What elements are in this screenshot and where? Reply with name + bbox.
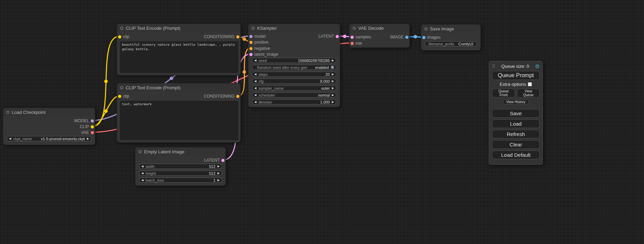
- collapse-toggle-icon[interactable]: [139, 150, 142, 153]
- view-queue-button[interactable]: View Queue: [517, 89, 540, 98]
- widget-name: cfg: [258, 79, 264, 83]
- widget-name: scheduler: [258, 93, 275, 97]
- widget-random-seed-toggle[interactable]: Random seed after every gen enabled: [252, 65, 336, 70]
- collapse-toggle-icon[interactable]: [6, 111, 9, 114]
- slot-dot-image[interactable]: [405, 36, 408, 39]
- collapse-toggle-icon[interactable]: [353, 27, 356, 30]
- slot-dot-clip[interactable]: [118, 95, 121, 98]
- collapse-toggle-icon[interactable]: [120, 27, 123, 30]
- widget-filename-prefix[interactable]: filename_prefix ComfyUI: [425, 41, 477, 46]
- widget-ckpt-name[interactable]: ◀ ckpt_name v1-5-pruned-emaonly.ckpt ▶: [7, 136, 91, 141]
- collapse-toggle-icon[interactable]: [424, 27, 427, 30]
- arrow-left-icon[interactable]: ◀: [254, 94, 256, 97]
- slot-dot-latent[interactable]: [351, 36, 354, 39]
- arrow-right-icon[interactable]: ▶: [332, 73, 334, 76]
- slot-label: CLIP: [80, 124, 89, 129]
- widget-batch-size[interactable]: ◀ batch_size 1 ▶: [139, 178, 222, 183]
- arrow-right-icon[interactable]: ▶: [332, 101, 334, 103]
- node-save-image[interactable]: Save Image images filename_prefix ComfyU…: [421, 24, 481, 51]
- slot-dot-model[interactable]: [249, 35, 253, 38]
- node-vae-decode[interactable]: VAE Decode samples vae IMAGE: [349, 24, 410, 48]
- queue-actions-row: Queue Front View Queue: [492, 89, 540, 98]
- widget-seed[interactable]: ◀ seed 156680208700286 ▶: [252, 58, 336, 63]
- slot-dot-clip[interactable]: [118, 35, 121, 38]
- load-button[interactable]: Load: [492, 119, 540, 128]
- arrow-right-icon[interactable]: ▶: [332, 87, 334, 90]
- refresh-button[interactable]: Refresh: [492, 130, 540, 138]
- output-slot-clip: CLIP: [80, 124, 94, 129]
- settings-gear-icon[interactable]: ⚙: [535, 64, 540, 69]
- node-ksampler[interactable]: KSampler model positive negative latent_…: [248, 24, 340, 107]
- slot-dot-conditioning[interactable]: [249, 41, 253, 44]
- save-button[interactable]: Save: [492, 109, 540, 118]
- slot-dot-image[interactable]: [422, 36, 425, 39]
- widget-sampler-name[interactable]: ◀ sampler_name euler ▶: [252, 85, 336, 91]
- widget-denoise[interactable]: ◀ denoise 1.000 ▶: [252, 99, 336, 105]
- node-vae-decode-header[interactable]: VAE Decode: [350, 24, 409, 32]
- arrow-left-icon[interactable]: ◀: [141, 172, 143, 175]
- widget-scheduler[interactable]: ◀ scheduler normal ▶: [252, 92, 336, 98]
- arrow-right-icon[interactable]: ▶: [218, 179, 220, 182]
- slot-label: model: [254, 34, 266, 39]
- slot-label: IMAGE: [390, 35, 404, 39]
- graph-canvas[interactable]: Load Checkpoint MODEL CLIP VAE ◀ ckpt_na…: [0, 0, 644, 244]
- arrow-left-icon[interactable]: ◀: [254, 87, 256, 90]
- queue-prompt-button[interactable]: Queue Prompt: [492, 71, 540, 80]
- node-empty-latent-header[interactable]: Empty Latent Image: [135, 147, 226, 156]
- node-empty-latent-image[interactable]: Empty Latent Image LATENT ◀ width 512 ▶ …: [135, 147, 226, 186]
- arrow-right-icon[interactable]: ▶: [332, 80, 334, 83]
- slot-dot-latent[interactable]: [336, 35, 339, 38]
- node-save-image-header[interactable]: Save Image: [421, 25, 480, 33]
- input-slot-latent-image: latent_image: [249, 52, 278, 57]
- clear-button[interactable]: Clear: [492, 140, 540, 149]
- node-title: Save Image: [430, 26, 454, 31]
- arrow-right-icon[interactable]: ▶: [332, 94, 334, 97]
- extra-options-checkbox[interactable]: [528, 82, 532, 86]
- slot-dot-vae[interactable]: [351, 42, 354, 45]
- negative-prompt-textarea[interactable]: text, watermark: [120, 101, 238, 140]
- arrow-right-icon[interactable]: ▶: [332, 59, 334, 62]
- node-ksampler-header[interactable]: KSampler: [248, 24, 340, 32]
- arrow-left-icon[interactable]: ◀: [9, 137, 11, 140]
- widget-value: ComfyUI: [458, 42, 473, 46]
- arrow-left-icon[interactable]: ◀: [254, 101, 256, 103]
- slot-dot-model[interactable]: [91, 119, 94, 123]
- slot-dot-vae[interactable]: [91, 131, 94, 134]
- input-slot-positive: positive: [249, 40, 268, 45]
- toggle-on-icon[interactable]: [331, 66, 334, 69]
- arrow-left-icon[interactable]: ◀: [254, 59, 256, 62]
- arrow-left-icon[interactable]: ◀: [141, 179, 143, 182]
- arrow-right-icon[interactable]: ▶: [218, 172, 220, 175]
- arrow-left-icon[interactable]: ◀: [254, 80, 256, 83]
- widget-name: steps: [258, 72, 267, 76]
- arrow-left-icon[interactable]: ◀: [141, 165, 143, 168]
- node-clip-text-encode-negative[interactable]: CLIP Text Encode (Prompt) clip CONDITION…: [117, 83, 241, 143]
- drag-handle-icon[interactable]: ⠿: [492, 64, 495, 69]
- slot-dot-clip[interactable]: [91, 125, 94, 128]
- widget-steps[interactable]: ◀ steps 20 ▶: [252, 72, 336, 77]
- node-clip-positive-header[interactable]: CLIP Text Encode (Prompt): [117, 24, 240, 32]
- arrow-left-icon[interactable]: ◀: [254, 73, 256, 76]
- positive-prompt-textarea[interactable]: beautiful scenery nature glass bottle la…: [120, 41, 238, 73]
- slot-label: negative: [254, 46, 270, 51]
- slot-dot-conditioning[interactable]: [236, 35, 239, 38]
- collapse-toggle-icon[interactable]: [120, 86, 123, 89]
- collapse-toggle-icon[interactable]: [252, 27, 255, 30]
- slot-dot-latent[interactable]: [221, 159, 224, 162]
- widget-cfg[interactable]: ◀ cfg 8.000 ▶: [252, 79, 336, 84]
- widget-width[interactable]: ◀ width 512 ▶: [139, 164, 222, 169]
- node-clip-text-encode-positive[interactable]: CLIP Text Encode (Prompt) clip CONDITION…: [117, 24, 241, 75]
- view-history-button[interactable]: View History: [503, 99, 528, 105]
- node-clip-negative-header[interactable]: CLIP Text Encode (Prompt): [117, 83, 240, 92]
- load-default-button[interactable]: Load Default: [492, 151, 540, 159]
- slot-dot-latent[interactable]: [249, 53, 253, 56]
- node-load-checkpoint[interactable]: Load Checkpoint MODEL CLIP VAE ◀ ckpt_na…: [3, 108, 95, 145]
- slot-dot-conditioning[interactable]: [236, 95, 239, 98]
- arrow-right-icon[interactable]: ▶: [87, 137, 89, 140]
- slot-dot-conditioning[interactable]: [249, 47, 253, 50]
- queue-front-button[interactable]: Queue Front: [492, 89, 515, 98]
- widget-height[interactable]: ◀ height 512 ▶: [139, 171, 222, 176]
- widget-value: 156680208700286: [298, 58, 330, 63]
- arrow-right-icon[interactable]: ▶: [218, 165, 220, 168]
- node-load-checkpoint-header[interactable]: Load Checkpoint: [3, 108, 95, 116]
